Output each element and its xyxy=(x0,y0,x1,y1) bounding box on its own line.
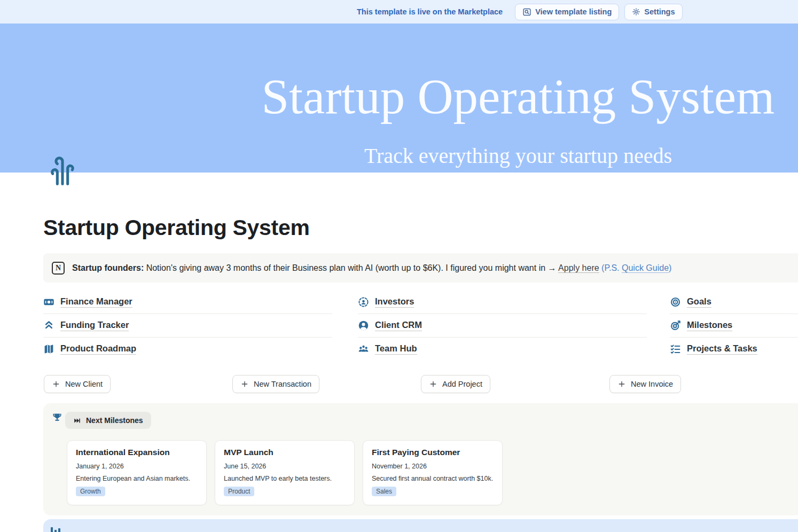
ps-close-paren: ) xyxy=(669,263,671,272)
checklist-icon xyxy=(670,343,681,355)
milestone-date: January 1, 2026 xyxy=(76,463,198,470)
promo-callout-text: Startup founders: Notion's giving away 3… xyxy=(72,263,671,273)
promo-body-text: Notion's giving away 3 months of their B… xyxy=(144,263,558,272)
page-title: Startup Operating System xyxy=(43,215,310,240)
next-section-partial xyxy=(43,519,798,532)
next-milestones-section: Next Milestones International Expansion … xyxy=(43,403,798,515)
milestone-title: International Expansion xyxy=(76,448,198,457)
marketplace-status-text: This template is live on the Marketplace xyxy=(357,7,503,16)
page-link-label: Funding Tracker xyxy=(60,320,129,332)
trophy-icon xyxy=(52,412,62,423)
action-button-label: New Invoice xyxy=(631,380,673,388)
milestone-description: Entering European and Asian markets. xyxy=(76,475,198,482)
milestone-cards: International Expansion January 1, 2026 … xyxy=(67,440,503,505)
links-column-2: Investors Client CRM xyxy=(358,291,647,361)
users-icon xyxy=(358,343,369,355)
new-invoice-button[interactable]: New Invoice xyxy=(609,375,681,393)
cover-subtitle: Track everything your startup needs xyxy=(0,143,798,168)
notion-logo-icon: N xyxy=(52,262,65,275)
milestone-tag: Sales xyxy=(372,487,396,496)
add-project-button[interactable]: Add Project xyxy=(421,375,490,393)
plus-icon xyxy=(52,380,60,388)
map-icon xyxy=(43,343,54,355)
new-client-button[interactable]: New Client xyxy=(44,375,111,393)
page-link-investors[interactable]: Investors xyxy=(358,291,647,314)
page-link-label: Client CRM xyxy=(375,320,422,332)
quick-links: Finance Manager Funding Tracker xyxy=(43,291,798,363)
partial-icon xyxy=(51,527,60,532)
milestone-description: Launched MVP to early beta testers. xyxy=(224,475,346,482)
marketplace-banner: This template is live on the Marketplace… xyxy=(0,0,798,24)
page-link-product-roadmap[interactable]: Product Roadmap xyxy=(43,338,332,361)
page-link-funding-tracker[interactable]: Funding Tracker xyxy=(43,314,332,337)
promo-callout: N Startup founders: Notion's giving away… xyxy=(43,253,798,283)
page-link-label: Team Hub xyxy=(375,343,417,355)
target-icon xyxy=(670,296,681,308)
apply-here-link[interactable]: Apply here xyxy=(558,263,599,273)
marketplace-banner-content: This template is live on the Marketplace… xyxy=(357,0,683,24)
person-dashed-circle-icon xyxy=(358,296,369,308)
template-listing-icon xyxy=(522,7,531,17)
cover-image[interactable]: Startup Operating System Track everythin… xyxy=(0,24,798,173)
plus-icon xyxy=(617,380,626,388)
milestone-title: First Paying Customer xyxy=(372,448,494,457)
page-link-label: Investors xyxy=(375,296,414,308)
plus-icon xyxy=(429,380,437,388)
page-link-label: Goals xyxy=(687,296,711,308)
milestone-card[interactable]: International Expansion January 1, 2026 … xyxy=(67,440,207,505)
milestone-description: Secured first annual contract worth $10k… xyxy=(372,475,494,482)
action-button-label: New Client xyxy=(65,380,103,388)
links-column-3: Goals Milestones xyxy=(670,291,798,361)
milestone-card[interactable]: First Paying Customer November 1, 2026 S… xyxy=(363,440,503,505)
milestone-date: June 15, 2026 xyxy=(224,463,346,470)
notion-page: This template is live on the Marketplace… xyxy=(0,0,798,532)
next-milestones-label: Next Milestones xyxy=(86,416,143,425)
milestone-title: MVP Launch xyxy=(224,448,346,457)
plus-icon xyxy=(240,380,249,388)
page-link-client-crm[interactable]: Client CRM xyxy=(358,314,647,337)
page-link-label: Product Roadmap xyxy=(60,343,136,355)
page-link-goals[interactable]: Goals xyxy=(670,291,798,314)
skip-forward-icon xyxy=(73,417,81,425)
new-transaction-button[interactable]: New Transaction xyxy=(232,375,319,393)
page-link-team-hub[interactable]: Team Hub xyxy=(358,338,647,361)
promo-bold-text: Startup founders: xyxy=(72,263,144,272)
page-link-label: Finance Manager xyxy=(60,296,132,308)
view-template-listing-button[interactable]: View template listing xyxy=(515,4,619,20)
page-link-finance-manager[interactable]: Finance Manager xyxy=(43,291,332,314)
milestone-tag: Growth xyxy=(76,487,105,496)
milestone-card[interactable]: MVP Launch June 15, 2026 Launched MVP to… xyxy=(215,440,355,505)
next-milestones-button[interactable]: Next Milestones xyxy=(65,412,151,429)
banknote-icon xyxy=(43,296,54,308)
action-button-label: Add Project xyxy=(442,380,482,388)
quick-guide-link[interactable]: Quick Guide xyxy=(622,263,669,273)
wind-icon[interactable] xyxy=(47,155,79,187)
page-link-label: Milestones xyxy=(687,320,732,332)
gear-icon xyxy=(632,7,640,16)
milestone-date: November 1, 2026 xyxy=(372,463,494,470)
cover-title: Startup Operating System xyxy=(0,69,798,124)
milestone-tag: Product xyxy=(224,487,254,496)
page-link-milestones[interactable]: Milestones xyxy=(670,314,798,337)
ps-text: (P.S. xyxy=(599,263,622,272)
user-circle-icon xyxy=(358,320,369,331)
settings-button[interactable]: Settings xyxy=(624,4,682,20)
page-link-label: Projects & Tasks xyxy=(687,343,757,355)
goal-target-icon xyxy=(670,320,681,331)
chevrons-up-icon xyxy=(43,320,54,331)
settings-label: Settings xyxy=(644,7,675,16)
view-template-listing-label: View template listing xyxy=(535,7,612,16)
page-link-projects-tasks[interactable]: Projects & Tasks xyxy=(670,338,798,361)
links-column-1: Finance Manager Funding Tracker xyxy=(43,291,332,361)
action-button-label: New Transaction xyxy=(254,380,311,388)
